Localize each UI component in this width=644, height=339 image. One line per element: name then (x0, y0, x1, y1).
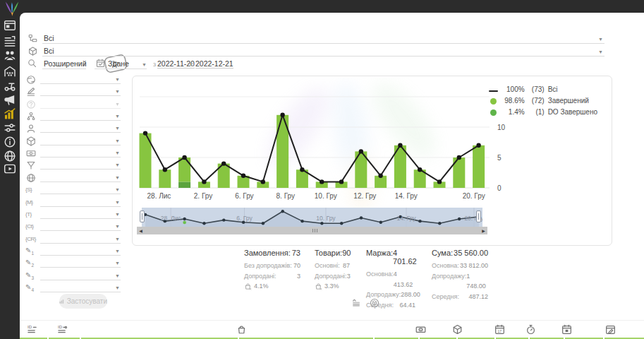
id-rows-icon[interactable]: ID (27, 324, 37, 335)
stat-sub-row: Допродані:3 (315, 271, 350, 282)
filter-select-12[interactable] (40, 208, 121, 219)
calendar-edit-icon[interactable] (605, 324, 616, 335)
stat-sub-label: Основні: (315, 261, 340, 271)
navigator-right-handle[interactable] (476, 210, 481, 222)
stat-sub-value: 487.12 (468, 292, 488, 302)
filter-select-18[interactable] (40, 282, 121, 292)
chevron-down-icon: ▼ (115, 273, 120, 278)
navigator-left-handle[interactable] (140, 210, 145, 222)
brace-ct-icon: {Ct} (25, 223, 33, 230)
filter-select-16[interactable] (40, 257, 121, 268)
report-list-icon[interactable] (351, 298, 361, 308)
calendar-date-icon[interactable]: 17 (494, 324, 505, 335)
navigator-scrollbar[interactable]: ◀ ▶ (137, 227, 487, 234)
filter-select-15[interactable] (40, 245, 121, 256)
main-chart[interactable]: 28. Лис2. Гру6. Гру8. Гру10. Гру12. Гру1… (133, 76, 506, 205)
chevron-down-icon: ▼ (115, 200, 120, 205)
scroll-left-arrow[interactable]: ◀ (137, 227, 145, 234)
svg-text:5: 5 (497, 154, 502, 162)
stat-sub-label: Середня: (432, 292, 459, 302)
bag-icon[interactable] (236, 324, 247, 335)
scroll-right-arrow[interactable]: ▶ (480, 227, 487, 234)
legend-item-3[interactable]: 1.4%(1)DO Завершено (488, 106, 597, 117)
brace-m-icon: {M} (25, 199, 33, 206)
svg-text:12. Гру: 12. Гру (353, 192, 376, 200)
sidebar-orders-list-icon[interactable] (4, 35, 16, 47)
filter-select-11[interactable] (40, 196, 121, 207)
id-link-icon[interactable]: ID (57, 324, 68, 335)
stat-sub-row: Допродані:3 (244, 271, 300, 282)
stat-sub-value: 288.00 (401, 290, 420, 300)
filter-select-8[interactable] (40, 159, 121, 170)
chart-card: 28. Лис2. Гру6. Гру8. Гру10. Гру12. Гру1… (132, 76, 612, 246)
chevron-down-icon: ▼ (115, 126, 120, 131)
hierarchy-icon (28, 34, 37, 43)
org-icon (26, 112, 36, 121)
filter-select-7[interactable] (40, 147, 121, 157)
app-logo[interactable] (4, 1, 20, 18)
sidebar-dashboard-icon[interactable] (4, 19, 16, 32)
product-cube-icon[interactable] (452, 324, 463, 335)
stat-sub-row: 4.1% (244, 281, 300, 292)
legend-item-2[interactable]: 98.6%(72)Завершений (488, 95, 597, 106)
filter-select-14[interactable] (40, 233, 121, 244)
stat-sub-row: Середня:487.12 (432, 292, 488, 302)
sidebar-tutorials-icon[interactable] (4, 162, 16, 175)
svg-text:28. Лис: 28. Лис (147, 192, 171, 200)
chevron-down-icon: ▼ (115, 150, 120, 155)
stat-sub-value: 3.3% (324, 281, 339, 292)
category-filter-underline[interactable] (42, 32, 604, 44)
money-icon[interactable] (415, 324, 426, 335)
sidebar-marketing-icon[interactable] (4, 93, 16, 106)
banknote-icon (26, 148, 36, 158)
filter-select-2[interactable] (40, 85, 121, 96)
cube-icon (26, 136, 36, 146)
stat-sub-value: 4.1% (254, 281, 269, 292)
svg-text:ID: ID (28, 324, 32, 329)
stat-title-value: 90 (342, 249, 351, 257)
content-area: Всі ▼ Всі ▼ Розширений ▼ Здане ▼ з 2022-… (20, 13, 644, 339)
chevron-down-icon: ▼ (115, 224, 120, 229)
scrollbar-grip[interactable] (312, 229, 317, 232)
chart-navigator[interactable]: 28. Лис6. Гру10. Гру14. Гру20. Гру (142, 208, 482, 227)
filter-select-9[interactable] (40, 172, 121, 182)
stat-sub-label: Допродажу: (366, 290, 401, 300)
sidebar-analytics-icon[interactable] (4, 107, 16, 120)
svg-text:6. Гру: 6. Гру (236, 215, 253, 222)
stat-card-2: Товари:90Основні:87Допродані:33.3% (315, 249, 350, 292)
stat-sub-row: Середня:64.41 (366, 300, 415, 311)
filter-select-1[interactable] (40, 73, 121, 84)
chevron-down-icon: ▼ (115, 261, 120, 266)
filter-select-17[interactable] (40, 270, 121, 280)
sidebar-integrations-icon[interactable] (4, 150, 16, 162)
chevron-down-icon: ▼ (115, 212, 120, 217)
timer-icon[interactable] (525, 324, 536, 335)
date-type-underline[interactable] (95, 58, 147, 69)
date-to-input[interactable]: 2022-12-21 (195, 59, 233, 69)
sidebar-warehouse-icon[interactable] (4, 65, 16, 78)
filter-select-3[interactable] (40, 98, 121, 109)
filter-select-4[interactable] (40, 110, 121, 121)
stat-sub-value: 64.41 (399, 300, 415, 311)
legend-item-1[interactable]: 100%(73)Всі (488, 83, 597, 95)
chevron-down-icon: ▼ (115, 175, 120, 180)
stat-sub-value: 70 (293, 261, 300, 271)
chevron-down-icon: ▼ (115, 114, 120, 119)
product-filter-underline[interactable] (42, 45, 604, 56)
search-mode-underline[interactable] (42, 58, 86, 69)
filter-select-6[interactable] (40, 135, 121, 145)
sidebar-info-icon[interactable] (4, 136, 16, 148)
apply-filters-button[interactable]: Застосувати (59, 294, 107, 309)
pencil-3-icon: ✎3 (25, 271, 34, 280)
sidebar-delivery-icon[interactable] (4, 79, 16, 92)
filter-select-13[interactable] (40, 220, 121, 231)
sidebar-settings-icon[interactable] (4, 121, 16, 134)
legend-pct: 98.6% (502, 97, 525, 105)
sidebar-customers-icon[interactable] (4, 49, 16, 61)
stat-sub-label: Без допродажів: (244, 261, 292, 271)
calendar-box-icon[interactable] (561, 324, 572, 335)
brace-t-icon: {T} (25, 211, 32, 218)
filter-select-10[interactable] (40, 184, 121, 194)
stat-title: Маржа:4 701.62 (366, 249, 415, 266)
filter-select-5[interactable] (40, 122, 121, 133)
